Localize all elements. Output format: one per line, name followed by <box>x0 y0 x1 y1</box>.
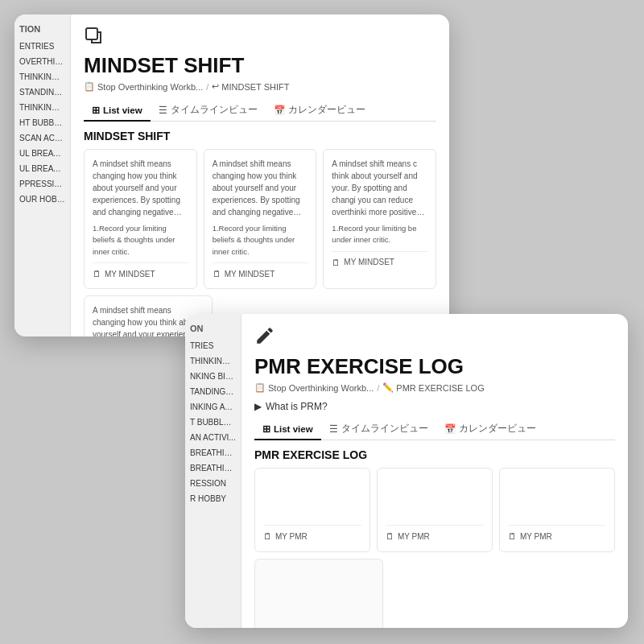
sidebar-item-b11[interactable]: R HOBBY <box>185 491 241 506</box>
card-step-1: 1.Record your limiting beliefs & thought… <box>93 223 188 258</box>
sidebar-item-b9[interactable]: BREATHIN... <box>185 460 241 476</box>
card-footer-1: 🗒 MY MINDSET <box>93 262 188 281</box>
doc-icon-3: 🗒 <box>332 256 341 270</box>
list-icon-top: ⊞ <box>92 105 100 116</box>
notion-card-3[interactable]: A mindset shift means c think about your… <box>323 149 436 289</box>
tab-timeline-bottom[interactable]: ☰ タイムラインビュー <box>321 419 436 440</box>
doc-icon-pmr-3: 🗒 <box>508 530 517 543</box>
sidebar-item-6[interactable]: HT BUBBLE ... <box>14 115 70 130</box>
doc-icon-pmr-1: 🗒 <box>263 530 272 543</box>
timeline-icon-bottom: ☰ <box>329 423 338 435</box>
pmr-card-3[interactable]: 🗒 MY PMR <box>499 468 615 552</box>
sidebar-item-b5[interactable]: INKING AW... <box>185 399 241 415</box>
doc-icon-pmr-2: 🗒 <box>386 530 394 543</box>
breadcrumb-item-1[interactable]: 📋 Stop Overthinking Workb... <box>84 81 203 92</box>
card-footer-3: 🗒 MY MINDSET <box>332 251 427 270</box>
doc-icon-2: 🗒 <box>213 267 221 281</box>
tab-list-view-top[interactable]: ⊞ List view <box>84 100 151 122</box>
tab-timeline-top[interactable]: ☰ タイムラインビュー <box>151 100 266 122</box>
timeline-icon-top: ☰ <box>159 105 167 116</box>
page-title-bottom: PMR EXERCISE LOG <box>254 354 615 379</box>
sidebar-item-9[interactable]: UL BREATHIN... <box>14 161 70 176</box>
pmr-card-footer-1: 🗒 MY PMR <box>263 525 361 543</box>
sidebar-item-b6[interactable]: T BUBBLE ... <box>185 415 241 430</box>
arrow-icon: ↩ <box>212 81 219 92</box>
empty-card-pmr[interactable] <box>254 559 383 629</box>
tab-calendar-top[interactable]: 📅 カレンダービュー <box>266 100 374 122</box>
notion-card-2[interactable]: A mindset shift means changing how you t… <box>204 149 317 289</box>
svg-rect-0 <box>86 28 97 39</box>
tabs-top: ⊞ List view ☰ タイムラインビュー 📅 カレンダービュー <box>84 100 436 122</box>
second-row-bottom <box>254 559 615 629</box>
doc-icon-1: 🗒 <box>93 267 101 281</box>
tabs-bottom: ⊞ List view ☰ タイムラインビュー 📅 カレンダービュー <box>254 419 615 440</box>
collapsible-prm[interactable]: ▶ What is PRM? <box>254 401 615 412</box>
sidebar-item-11[interactable]: OUR HOBBY <box>14 192 70 207</box>
sidebar-item-7[interactable]: SCAN ACTIVI... <box>14 130 70 146</box>
sidebar-label-bottom: on <box>185 314 241 338</box>
cards-grid-bottom: 🗒 MY PMR 🗒 MY PMR 🗒 MY PMR <box>254 468 615 552</box>
calendar-icon-top: 📅 <box>274 105 285 116</box>
breadcrumb-bottom: 📋 Stop Overthinking Workb... / ✏️ PMR EX… <box>254 382 615 393</box>
breadcrumb-item-b1[interactable]: 📋 Stop Overthinking Workb... <box>254 382 374 393</box>
breadcrumb-top: 📋 Stop Overthinking Workb... / ↩ MINDSET… <box>84 81 436 92</box>
sidebar-item-b2[interactable]: THINKING ... <box>185 353 241 369</box>
page-title-top: MINDSET SHIFT <box>84 53 436 78</box>
sidebar-label-top: tion <box>14 14 70 39</box>
list-icon-bottom: ⊞ <box>262 423 270 435</box>
section-title-bottom: PMR EXERCISE LOG <box>254 448 615 461</box>
main-top: MINDSET SHIFT 📋 Stop Overthinking Workb.… <box>71 14 449 336</box>
breadcrumb-sep-1: / <box>206 82 208 92</box>
card-text-1: A mindset shift means changing how you t… <box>93 158 188 218</box>
notebook-icon: 📋 <box>84 81 95 92</box>
section-title-top: MINDSET SHIFT <box>84 130 436 142</box>
breadcrumb-item-2[interactable]: ↩ MINDSET SHIFT <box>212 81 289 92</box>
sidebar-item-1[interactable]: ENTRIES <box>14 39 70 54</box>
breadcrumb-sep-b1: / <box>377 383 379 393</box>
cards-grid-top: A mindset shift means changing how you t… <box>84 149 436 289</box>
card-step-3: 1.Record your limiting be under inner cr… <box>332 223 427 246</box>
main-bottom: PMR EXERCISE LOG 📋 Stop Overthinking Wor… <box>242 314 628 628</box>
notebook-icon-b: 📋 <box>254 382 266 393</box>
card-text-3: A mindset shift means c think about your… <box>332 158 427 218</box>
sidebar-top: tion ENTRIES OVERTHINKING ... THINKING B… <box>14 14 71 336</box>
sidebar-item-b10[interactable]: RESSION <box>185 476 241 491</box>
sidebar-item-3[interactable]: THINKING BIN... <box>14 69 70 85</box>
pencil-icon-b: ✏️ <box>382 382 394 393</box>
sidebar-item-b3[interactable]: NKING BIN... <box>185 369 241 384</box>
sidebar-item-5[interactable]: THINKING AW... <box>14 100 70 115</box>
sidebar-item-b4[interactable]: TANDING H... <box>185 384 241 399</box>
calendar-icon-bottom: 📅 <box>444 423 456 435</box>
pmr-card-footer-3: 🗒 MY PMR <box>508 525 606 543</box>
pmr-card-1[interactable]: 🗒 MY PMR <box>254 468 370 552</box>
sidebar-bottom: on TRIES THINKING ... NKING BIN... TANDI… <box>185 314 242 628</box>
card-footer-2: 🗒 MY MINDSET <box>213 262 308 281</box>
sidebar-item-b1[interactable]: TRIES <box>185 338 241 353</box>
sidebar-item-4[interactable]: STANDING H... <box>14 85 70 100</box>
card-text-2: A mindset shift means changing how you t… <box>213 158 308 218</box>
pmr-card-2[interactable]: 🗒 MY PMR <box>377 468 493 552</box>
pmr-card-footer-2: 🗒 MY PMR <box>386 525 484 543</box>
tab-calendar-bottom[interactable]: 📅 カレンダービュー <box>436 419 544 440</box>
breadcrumb-item-b2[interactable]: ✏️ PMR EXERCISE LOG <box>382 382 484 393</box>
sidebar-item-8[interactable]: UL BREATHIN... <box>14 146 70 161</box>
tab-list-view-bottom[interactable]: ⊞ List view <box>254 419 321 440</box>
triangle-icon: ▶ <box>254 401 262 412</box>
page-icon-bottom <box>254 325 615 351</box>
sidebar-item-2[interactable]: OVERTHINKING ... <box>14 54 70 69</box>
sidebar-item-10[interactable]: PPRESSION <box>14 176 70 192</box>
page-icon-top <box>84 26 436 50</box>
sidebar-item-b7[interactable]: AN ACTIVI... <box>185 430 241 445</box>
sidebar-item-b8[interactable]: BREATHIN... <box>185 445 241 460</box>
card-pmr-exercise: on TRIES THINKING ... NKING BIN... TANDI… <box>185 314 628 628</box>
notion-card-1[interactable]: A mindset shift means changing how you t… <box>84 149 197 289</box>
card-mindset-shift: tion ENTRIES OVERTHINKING ... THINKING B… <box>14 14 449 336</box>
card-step-2: 1.Record your limiting beliefs & thought… <box>213 223 308 258</box>
